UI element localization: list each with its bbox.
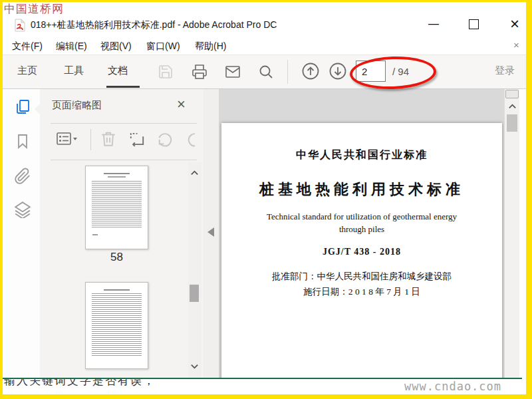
scrollbar-top-button[interactable] — [505, 90, 519, 98]
rotate-cw-icon[interactable] — [186, 130, 195, 148]
active-tab-underline — [106, 86, 140, 88]
doc-subtitle-en-2: through piles — [221, 224, 502, 235]
layers-icon[interactable] — [14, 201, 31, 218]
menu-item-view[interactable]: 视图(V) — [100, 41, 132, 53]
save-icon[interactable] — [158, 64, 174, 80]
site-watermark-bottom: www.cndao.com — [404, 380, 501, 393]
doc-heading: 中华人民共和国行业标准 — [221, 148, 502, 162]
thumbnail-options-icon[interactable] — [56, 130, 73, 148]
window-right-margin — [519, 89, 526, 378]
minimize-button[interactable]: — — [422, 15, 446, 33]
frame-border-bottom — [0, 394, 532, 399]
thumbnail-text — [108, 176, 125, 178]
doc-approved-by: 批准部门：中华人民共和国住房和城乡建设部 — [221, 271, 502, 283]
menu-item-help[interactable]: 帮助(H) — [195, 41, 226, 53]
collapse-panel-icon[interactable] — [207, 227, 214, 237]
split-pages-icon[interactable] — [128, 130, 146, 148]
frame-border-right — [526, 0, 532, 399]
pdf-file-icon — [15, 19, 25, 32]
frame-border-left — [0, 0, 3, 399]
page-thumbnails-panel: 页面缩略图 × — [40, 89, 204, 378]
toolbar-separator — [287, 60, 288, 84]
search-icon[interactable] — [258, 64, 274, 80]
tab-document[interactable]: 文档 — [108, 65, 128, 77]
thumbnail-text — [104, 289, 130, 291]
screenshot-root: 中国道桥网 www.cndao.com 018++桩基地热能利用技术标准.pdf… — [0, 0, 532, 399]
tab-home[interactable]: 主页 — [17, 65, 37, 77]
attachments-icon[interactable] — [14, 168, 31, 185]
window-title: 018++桩基地热能利用技术标准.pdf - Adobe Acrobat Pro… — [31, 19, 277, 31]
thumbnail-page-number: 58 — [85, 251, 148, 264]
thumbnail-text — [92, 181, 142, 229]
maximize-button[interactable] — [469, 19, 479, 29]
scroll-up-icon[interactable] — [508, 102, 517, 111]
panel-divider — [51, 123, 197, 124]
doc-subtitle-en-1: Technical standard for utilization of ge… — [221, 211, 502, 222]
frame-border-top — [0, 0, 532, 2]
thumbnail-text — [92, 293, 142, 357]
panel-close-icon[interactable]: × — [177, 96, 186, 113]
page-thumbnails-icon[interactable] — [14, 98, 31, 116]
tab-tools[interactable]: 工具 — [64, 65, 84, 77]
document-scrollbar[interactable] — [504, 89, 520, 378]
page-thumbnail-58[interactable] — [85, 166, 148, 249]
bookmarks-icon[interactable] — [14, 133, 31, 150]
delete-pages-icon[interactable] — [100, 130, 117, 148]
panel-divider — [51, 160, 197, 160]
menu-item-edit[interactable]: 编辑(E) — [56, 41, 87, 53]
scroll-up-icon[interactable] — [190, 169, 199, 178]
login-button[interactable]: 登录 — [495, 65, 515, 77]
menu-item-window[interactable]: 窗口(W) — [146, 41, 180, 53]
doc-title: 桩基地热能利用技术标准 — [221, 180, 502, 200]
doc-standard-code: JGJ/T 438 - 2018 — [221, 247, 502, 257]
document-close-icon[interactable]: × — [513, 39, 519, 51]
menu-bar: 文件(F) 编辑(E) 视图(V) 窗口(W) 帮助(H) × — [3, 37, 526, 55]
clipped-webpage-text: 输入关键词文字是否有误， — [4, 379, 270, 388]
panel-toolbar-separator — [90, 129, 91, 150]
document-view: 中华人民共和国行业标准 桩基地热能利用技术标准 Technical standa… — [219, 89, 504, 378]
next-page-icon[interactable] — [329, 62, 347, 80]
scroll-down-icon[interactable] — [190, 362, 199, 370]
thumbnail-text — [104, 173, 130, 174]
rotate-ccw-icon[interactable] — [157, 130, 174, 148]
panel-collapse-strip — [203, 89, 219, 378]
panel-title: 页面缩略图 — [52, 99, 102, 112]
print-icon[interactable] — [192, 64, 207, 80]
close-button[interactable]: × — [503, 14, 527, 34]
navigation-icon-strip — [3, 89, 41, 378]
doc-effective-date: 施行日期：2 0 1 8 年 7 月 1 日 — [221, 286, 502, 298]
site-watermark-top: 中国道桥网 — [4, 1, 64, 17]
title-bar: 018++桩基地热能利用技术标准.pdf - Adobe Acrobat Pro… — [3, 2, 526, 37]
previous-page-icon[interactable] — [301, 62, 320, 80]
menu-item-file[interactable]: 文件(F) — [12, 41, 43, 53]
pdf-page: 中华人民共和国行业标准 桩基地热能利用技术标准 Technical standa… — [221, 123, 502, 378]
panel-notch — [35, 104, 40, 114]
main-toolbar: 主页 工具 文档 — [3, 55, 526, 89]
thumbnail-text — [92, 234, 98, 235]
scrollbar-thumb[interactable] — [507, 114, 517, 132]
scrollbar-thumb[interactable] — [190, 285, 199, 302]
thumbnail-scrollbar[interactable] — [188, 162, 201, 378]
email-icon[interactable] — [225, 64, 241, 80]
page-thumbnail-next[interactable] — [85, 282, 148, 369]
